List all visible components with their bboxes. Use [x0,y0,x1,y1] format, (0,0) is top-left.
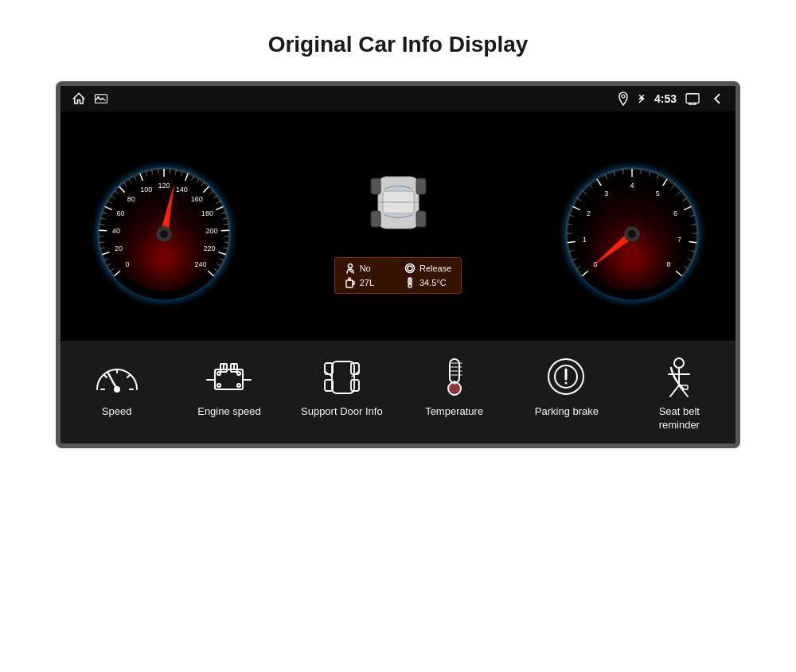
speedometer-feature-icon [89,355,145,399]
svg-point-32 [217,372,220,375]
parking-status: Release [419,264,451,273]
status-time: 4:53 [654,92,677,105]
svg-rect-8 [371,211,380,227]
screen-mirror-icon [685,92,700,105]
car-icon [358,159,438,247]
svg-point-56 [674,358,684,368]
gauge-area: No Release [60,111,736,341]
bluetooth-icon [637,92,646,106]
feature-seatbelt: Seat belt reminder [627,355,731,432]
thermometer-feature-icon [427,355,482,399]
svg-rect-9 [416,211,426,227]
engine-speed-label: Engine speed [197,405,261,419]
seatbelt-label: Seat belt reminder [659,405,700,432]
svg-line-25 [104,375,107,377]
svg-rect-7 [416,178,426,194]
feature-temperature: Temperature [403,355,506,419]
svg-point-13 [406,264,415,272]
feature-engine-speed: Engine speed [178,355,281,419]
status-right: 4:53 [618,92,724,106]
seatbelt-info-icon [345,263,356,274]
dashboard-screen: 4:53 [60,86,736,341]
parking-brake-feature-icon [539,355,595,399]
home-icon [72,92,86,106]
temp-info: 34.5°C [404,277,451,288]
svg-point-33 [237,372,240,375]
feature-parking-brake: Parking brake [515,355,618,419]
seatbelt-info: No [345,263,392,274]
svg-point-2 [622,95,625,98]
svg-point-14 [408,266,412,271]
svg-point-11 [348,264,352,268]
speedometer-gauge [76,139,252,314]
car-topview-icon [369,161,428,244]
temp-value: 34.5°C [419,278,447,287]
parking-brake-label: Parking brake [535,405,599,419]
svg-line-26 [127,375,130,377]
temperature-label: Temperature [425,405,483,419]
svg-rect-3 [686,94,699,104]
speed-label: Speed [102,405,132,419]
info-panel: No Release [334,257,462,294]
svg-point-55 [565,382,568,385]
fuel-level: 27L [360,278,374,287]
fuel-info-icon [345,277,356,288]
fuel-info: 27L [345,277,392,288]
seatbelt-feature-icon [651,355,707,399]
back-icon [708,92,724,106]
parking-info-icon [404,263,416,274]
parking-info: Release [404,263,451,274]
features-section: Speed [60,341,736,443]
page-title: Original Car Info Display [268,32,529,57]
door-feature-icon [314,355,369,399]
status-left [72,92,108,106]
dashboard-container: 4:53 [56,81,740,448]
rpm-gauge [544,139,720,314]
svg-point-21 [115,387,119,392]
svg-point-34 [217,384,220,387]
feature-speed: Speed [65,355,169,419]
status-bar: 4:53 [60,86,736,111]
center-panel: No Release [334,159,462,294]
svg-rect-15 [346,280,353,287]
door-info-label: Support Door Info [301,405,383,419]
location-icon [618,92,629,106]
feature-door-info: Support Door Info [290,355,393,419]
seatbelt-status: No [360,264,371,273]
temp-info-icon [404,277,416,288]
features-row: Speed [60,355,736,432]
svg-rect-40 [351,380,359,391]
engine-feature-icon [201,355,257,399]
wallpaper-icon [94,93,108,104]
svg-point-35 [237,384,240,387]
svg-rect-6 [371,178,380,194]
